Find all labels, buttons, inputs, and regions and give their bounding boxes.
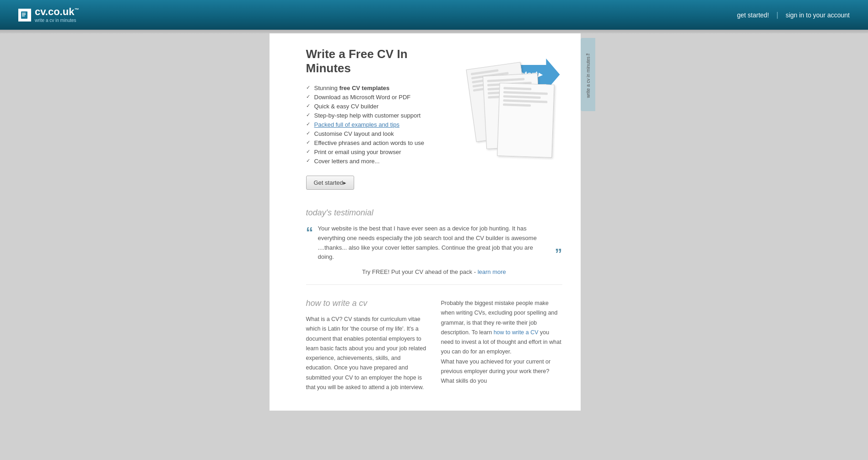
logo-tagline: write a cv in minutes: [35, 18, 79, 23]
svg-rect-1: [22, 13, 26, 14]
testimonial-title: today's testimonial: [306, 208, 562, 218]
how-to-col2-para2: What have you achieved for your current …: [441, 357, 562, 386]
nav-sign-in[interactable]: sign in to your account: [786, 11, 850, 19]
logo-area: cv.co.uk™ write a cv in minutes: [18, 7, 79, 23]
cv-preview-area: [462, 47, 562, 157]
how-to-title: how to write a cv: [306, 299, 427, 308]
testimonial-section: today's testimonial “ Your website is th…: [306, 208, 562, 285]
feature-item: Cover letters and more...: [306, 158, 453, 165]
learn-more-link[interactable]: learn more: [478, 268, 506, 275]
how-to-col1-text: What is a CV? CV stands for curriculum v…: [306, 315, 427, 392]
quote-mark-left: “: [306, 225, 313, 240]
cv-paper-front: [497, 83, 555, 158]
logo-icon: [18, 9, 31, 21]
feature-item: Quick & easy CV builder: [306, 103, 453, 110]
how-to-col2-text: Probably the biggest mistake people make…: [441, 299, 562, 357]
nav-area: get started! | sign in to your account: [737, 11, 850, 19]
how-to-col2: Probably the biggest mistake people make…: [441, 299, 562, 392]
feature-item: Step-by-step help with customer support: [306, 112, 453, 119]
svg-rect-3: [22, 16, 25, 16]
hero-title: Write a Free CV In Minutes: [306, 47, 453, 75]
try-free-text: Try FREE! Put your CV ahead of the pack …: [362, 268, 477, 275]
hero-section: Write a Free CV In Minutes Stunning free…: [306, 47, 562, 190]
content-wrapper: write a cv in minutes™ Write a Free CV I…: [0, 33, 868, 411]
svg-rect-0: [21, 11, 27, 19]
feature-item: Print or email using your browser: [306, 149, 453, 155]
try-free-line: Try FREE! Put your CV ahead of the pack …: [306, 268, 562, 275]
hero-right: start▸: [462, 47, 562, 157]
feature-list: Stunning free CV templates Download as M…: [306, 85, 453, 165]
testimonial-text: Your website is the best that I have eve…: [318, 224, 550, 262]
how-to-write-link[interactable]: how to write a CV: [494, 329, 539, 336]
get-started-button[interactable]: Get started▸: [306, 176, 354, 190]
svg-rect-2: [22, 14, 26, 15]
how-to-section: how to write a cv What is a CV? CV stand…: [306, 299, 562, 392]
testimonial-body: “ Your website is the best that I have e…: [306, 224, 562, 262]
nav-divider: |: [776, 11, 778, 19]
hero-left: Write a Free CV In Minutes Stunning free…: [306, 47, 453, 190]
right-sidebar: [581, 33, 777, 411]
left-sidebar: [91, 33, 270, 411]
feature-item: Download as Microsoft Word or PDF: [306, 94, 453, 101]
feature-item: Stunning free CV templates: [306, 85, 453, 91]
logo-text: cv.co.uk™: [35, 7, 79, 17]
feature-item: Customise CV layout and look: [306, 130, 453, 137]
nav-get-started[interactable]: get started!: [737, 11, 769, 19]
how-to-col1: how to write a cv What is a CV? CV stand…: [306, 299, 427, 392]
logo-text-area: cv.co.uk™ write a cv in minutes: [35, 7, 79, 23]
feature-item: Effective phrases and action words to us…: [306, 139, 453, 146]
quote-mark-right: ”: [555, 246, 562, 261]
main-content: write a cv in minutes™ Write a Free CV I…: [270, 33, 581, 411]
header: cv.co.uk™ write a cv in minutes get star…: [0, 0, 868, 30]
header-separator: [0, 30, 868, 33]
feature-item: Packed full of examples and tips: [306, 121, 453, 128]
side-tab[interactable]: write a cv in minutes™: [581, 38, 595, 111]
